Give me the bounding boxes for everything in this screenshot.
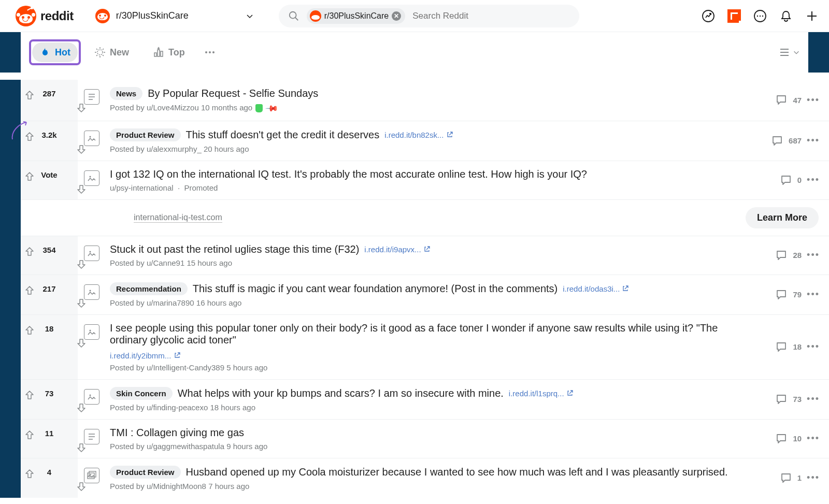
downvote-button[interactable] [63, 324, 75, 337]
post-row[interactable]: 11 TMI : Collagen giving me gas Posted b… [21, 419, 829, 458]
popular-icon[interactable] [702, 9, 715, 23]
post-author[interactable]: u/gaggmewithaspatula [147, 442, 224, 451]
sort-new-button[interactable]: New [87, 42, 136, 62]
upvote-button[interactable] [23, 246, 36, 258]
post-author[interactable]: u/Canne91 [147, 258, 184, 267]
reddit-logo-text: reddit [40, 9, 74, 23]
post-author[interactable]: u/MidnightMoon8 [147, 482, 206, 491]
post-row[interactable]: 18 I see people using this popular toner… [21, 314, 829, 379]
post-options-button[interactable]: ••• [807, 135, 820, 146]
sort-top-button[interactable]: Top [146, 42, 192, 62]
promoted-domain[interactable]: international-iq-test.com [134, 213, 222, 223]
post-row[interactable]: 73 Skin Concern What helps with your kp … [21, 379, 829, 419]
post-byline: Posted by u/marina7890 16 hours ago [110, 298, 752, 307]
learn-more-button[interactable]: Learn More [746, 207, 819, 228]
downvote-button[interactable] [63, 389, 75, 401]
post-author[interactable]: u/alexxmurphy_ [147, 145, 202, 153]
downvote-button[interactable] [63, 246, 75, 258]
post-author[interactable]: u/finding-peacexo [147, 403, 208, 412]
sort-more-button[interactable] [204, 46, 216, 59]
post-options-button[interactable]: ••• [807, 289, 820, 300]
downvote-button[interactable] [63, 89, 75, 102]
sort-hot-button[interactable]: Hot [32, 42, 78, 62]
upvote-button[interactable] [23, 170, 36, 183]
post-options-button[interactable]: ••• [807, 394, 820, 405]
post-title[interactable]: TMI : Collagen giving me gas [110, 427, 244, 439]
post-title[interactable]: I see people using this popular toner on… [110, 322, 752, 346]
post-author[interactable]: u/Intelligent-Candy389 [147, 363, 224, 372]
upvote-button[interactable] [23, 389, 36, 401]
post-options-button[interactable]: ••• [807, 341, 820, 352]
post-row[interactable]: 287 News By Popular Request - Selfie Sun… [21, 80, 829, 121]
post-author[interactable]: u/Love4Mizzou [147, 103, 199, 112]
comment-icon[interactable] [775, 289, 788, 301]
post-options-button[interactable]: ••• [807, 95, 820, 106]
post-flair[interactable]: Product Review [110, 466, 181, 479]
comment-icon[interactable] [775, 433, 788, 445]
post-title[interactable]: Husband opened up my Coola moisturizer b… [186, 466, 728, 478]
upvote-button[interactable] [23, 89, 36, 102]
comment-icon[interactable] [775, 94, 788, 106]
advertise-icon[interactable] [727, 9, 741, 23]
community-selector[interactable]: r/30PlusSkinCare [95, 9, 189, 23]
downvote-button[interactable] [63, 131, 75, 143]
post-title[interactable]: This stuff doesn't get the credit it des… [186, 129, 380, 141]
post-options-button[interactable]: ••• [807, 250, 820, 261]
upvote-button[interactable] [23, 468, 36, 480]
vote-column: 73 [21, 380, 78, 419]
post-row[interactable]: Vote I got 132 IQ on the international I… [21, 161, 829, 199]
external-link[interactable]: i.redd.it/bn82sk... [384, 131, 453, 139]
post-title[interactable]: This stuff is magic if you cant wear fou… [193, 283, 558, 295]
sort-top-label: Top [168, 47, 185, 58]
upvote-button[interactable] [23, 284, 36, 297]
comment-icon[interactable] [775, 249, 788, 262]
external-link[interactable]: i.redd.it/y2ibmm... [110, 351, 181, 360]
post-meta: 0 ••• [756, 161, 829, 199]
upvote-button[interactable] [23, 324, 36, 337]
post-options-button[interactable]: ••• [807, 175, 820, 185]
create-post-icon[interactable] [805, 9, 819, 23]
external-link[interactable]: i.redd.it/l1sprq... [509, 389, 574, 398]
post-row[interactable]: 354 Stuck it out past the retinol uglies… [21, 236, 829, 275]
post-flair[interactable]: Skin Concern [110, 387, 173, 400]
post-row[interactable]: 3.2k Product Review This stuff doesn't g… [21, 121, 829, 161]
chevron-down-icon[interactable] [246, 12, 254, 20]
downvote-button[interactable] [63, 468, 75, 480]
upvote-button[interactable] [23, 429, 36, 441]
comment-icon[interactable] [780, 174, 792, 186]
comment-icon[interactable] [780, 472, 792, 484]
comment-count: 687 [789, 136, 802, 145]
post-row[interactable]: 4 Product Review Husband opened up my Co… [21, 458, 829, 498]
community-name: r/30PlusSkinCare [116, 10, 189, 21]
post-author[interactable]: u/psy-international [110, 183, 174, 192]
comment-icon[interactable] [775, 341, 788, 353]
external-link[interactable]: i.redd.it/i9apvx... [364, 245, 430, 254]
search-input[interactable] [412, 11, 570, 21]
post-title[interactable]: I got 132 IQ on the international IQ tes… [110, 168, 587, 180]
post-title[interactable]: Stuck it out past the retinol uglies sta… [110, 243, 359, 255]
reddit-logo-icon [16, 6, 36, 26]
view-layout-button[interactable] [779, 47, 800, 57]
post-author[interactable]: u/marina7890 [147, 298, 194, 307]
comment-icon[interactable] [775, 393, 788, 406]
external-link[interactable]: i.redd.it/odas3i... [563, 284, 629, 293]
chip-close-icon[interactable]: ✕ [392, 11, 401, 21]
post-flair[interactable]: Product Review [110, 128, 181, 141]
downvote-button[interactable] [63, 429, 75, 441]
reddit-logo[interactable]: reddit [16, 6, 74, 26]
post-options-button[interactable]: ••• [807, 472, 820, 483]
comment-icon[interactable] [771, 135, 783, 147]
post-row[interactable]: 217 Recommendation This stuff is magic i… [21, 275, 829, 314]
post-title[interactable]: By Popular Request - Selfie Sundays [148, 88, 318, 99]
post-flair[interactable]: News [110, 87, 142, 100]
downvote-button[interactable] [63, 284, 75, 297]
vote-column: 354 [21, 236, 78, 275]
chat-icon[interactable] [753, 9, 767, 23]
search-scope-chip[interactable]: r/30PlusSkinCare ✕ [307, 8, 406, 24]
search-bar[interactable]: r/30PlusSkinCare ✕ [279, 5, 579, 27]
post-flair[interactable]: Recommendation [110, 282, 188, 295]
downvote-button[interactable] [63, 170, 75, 183]
notifications-icon[interactable] [779, 9, 793, 23]
post-title[interactable]: What helps with your kp bumps and scars?… [178, 387, 504, 399]
post-options-button[interactable]: ••• [807, 433, 820, 444]
